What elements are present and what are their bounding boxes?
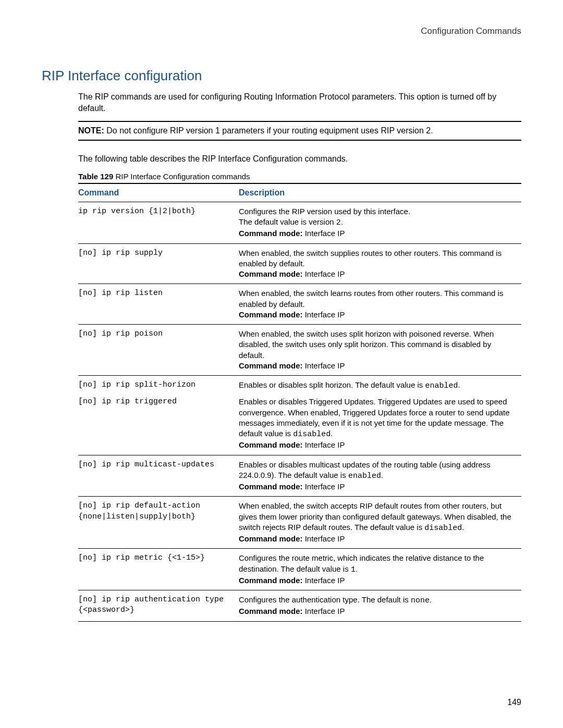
command-cell: [no] ip rip split-horizon (78, 376, 239, 393)
table-row: [no] ip rip poison When enabled, the swi… (78, 325, 521, 376)
table-intro: The following table describes the RIP In… (78, 153, 521, 165)
table-row: [no] ip rip supply When enabled, the swi… (78, 243, 521, 284)
commands-table: Command Description ip rip version {1|2|… (78, 183, 521, 622)
command-cell: [no] ip rip multicast-updates (78, 455, 239, 497)
col-command: Command (78, 183, 239, 202)
note-text: Do not configure RIP version 1 parameter… (106, 126, 433, 135)
table-row: [no] ip rip metric {<1-15>} Configures t… (78, 549, 521, 590)
command-cell: ip rip version {1|2|both} (78, 202, 239, 243)
description-cell: When enabled, the switch supplies routes… (239, 243, 521, 284)
table-row: ip rip version {1|2|both} Configures the… (78, 202, 521, 243)
description-cell: When enabled, the switch learns routes f… (239, 284, 521, 325)
command-cell: [no] ip rip authentication type {<passwo… (78, 590, 239, 622)
col-description: Description (239, 183, 521, 202)
description-cell: Enables or disables multicast updates of… (239, 455, 521, 497)
description-cell: Configures the RIP version used by this … (239, 202, 521, 243)
table-header-row: Command Description (78, 183, 521, 202)
command-cell: [no] ip rip supply (78, 243, 239, 284)
table-row: [no] ip rip split-horizon Enables or dis… (78, 376, 521, 393)
command-cell: [no] ip rip default-action {none|listen|… (78, 497, 239, 549)
section-title: RIP Interface configuration (42, 68, 521, 84)
page-number: 149 (507, 698, 521, 707)
command-cell: [no] ip rip triggered (78, 392, 239, 455)
description-cell: Enables or disables Triggered Updates. T… (239, 392, 521, 455)
note-label: NOTE: (78, 126, 104, 135)
table-row: [no] ip rip triggered Enables or disable… (78, 392, 521, 455)
description-cell: When enabled, the switch uses split hori… (239, 325, 521, 376)
command-cell: [no] ip rip poison (78, 325, 239, 376)
note-box: NOTE: Do not configure RIP version 1 par… (78, 121, 521, 141)
table-row: [no] ip rip default-action {none|listen|… (78, 497, 521, 549)
table-row: [no] ip rip authentication type {<passwo… (78, 590, 521, 622)
table-caption-label: Table 129 (78, 172, 113, 181)
table-caption-text: RIP Interface Configuration commands (115, 172, 250, 181)
table-row: [no] ip rip multicast-updates Enables or… (78, 455, 521, 497)
description-cell: Configures the authentication type. The … (239, 590, 521, 622)
description-cell: When enabled, the switch accepts RIP def… (239, 497, 521, 549)
header-category: Configuration Commands (42, 26, 521, 36)
description-cell: Configures the route metric, which indic… (239, 549, 521, 590)
command-cell: [no] ip rip listen (78, 284, 239, 325)
description-cell: Enables or disables split horizon. The d… (239, 376, 521, 393)
intro-paragraph: The RIP commands are used for configurin… (78, 91, 521, 114)
table-row: [no] ip rip listen When enabled, the swi… (78, 284, 521, 325)
table-caption: Table 129 RIP Interface Configuration co… (78, 172, 521, 181)
command-cell: [no] ip rip metric {<1-15>} (78, 549, 239, 590)
page: Configuration Commands RIP Interface con… (0, 0, 563, 728)
